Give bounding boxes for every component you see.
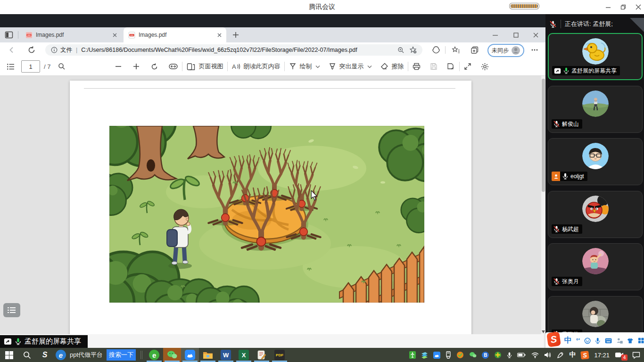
zoom-in-icon[interactable] xyxy=(132,63,140,70)
start-button[interactable] xyxy=(0,348,18,362)
read-aloud-icon[interactable]: A xyxy=(232,63,240,70)
save-icon[interactable] xyxy=(430,63,438,70)
rotate-icon[interactable] xyxy=(150,63,158,71)
page-view-label[interactable]: 页面视图 xyxy=(198,62,223,71)
highlight-label[interactable]: 突出显示 xyxy=(339,62,363,71)
fit-width-icon[interactable] xyxy=(169,63,178,70)
ime-emoji-icon[interactable] xyxy=(584,337,591,345)
new-tab-button[interactable] xyxy=(232,31,239,39)
tab-images-pdf-2[interactable]: Images.pdf xyxy=(124,27,226,42)
draw-icon[interactable] xyxy=(289,63,297,70)
search-icon[interactable] xyxy=(58,63,66,70)
save-as-icon[interactable] xyxy=(447,63,455,70)
participant-tile[interactable]: 杨武超 xyxy=(548,191,643,238)
refresh-icon[interactable] xyxy=(27,46,36,54)
self-mic-muted-icon[interactable] xyxy=(549,20,557,28)
extensions-icon[interactable] xyxy=(432,46,440,54)
read-aloud-label[interactable]: 朗读此页内容 xyxy=(243,62,280,71)
tab-close-icon[interactable] xyxy=(113,33,117,37)
tray-battery-icon[interactable] xyxy=(517,352,526,358)
ime-mode-chinese[interactable]: 中 xyxy=(564,336,572,346)
share-grip-indicator[interactable] xyxy=(509,3,539,9)
taskbar-app-meeting[interactable] xyxy=(181,348,199,362)
scroll-down-icon[interactable] xyxy=(542,330,545,333)
highlight-icon[interactable] xyxy=(329,63,336,70)
search-go-button[interactable]: 搜索一下 xyxy=(107,349,136,361)
fullscreen-icon[interactable] xyxy=(464,63,471,70)
tray-ink-icon[interactable] xyxy=(557,352,564,359)
tray-bluetooth-icon[interactable]: B xyxy=(482,352,489,359)
favorites-icon[interactable] xyxy=(452,46,460,54)
tray-sogou-s-icon[interactable]: S xyxy=(581,351,590,360)
tab-images-pdf-1[interactable]: Images.pdf xyxy=(21,27,122,42)
address-bar[interactable]: 文件 | C:/Users/86186/Documents/WeChat%20F… xyxy=(45,44,422,56)
tray-sogou-icon[interactable] xyxy=(421,352,428,359)
info-icon[interactable] xyxy=(51,47,58,53)
profile-button[interactable]: 未同步 xyxy=(487,44,524,57)
tray-video-button[interactable]: 4 xyxy=(615,351,624,359)
taskbar-app-word[interactable]: W xyxy=(217,348,235,362)
toc-icon[interactable] xyxy=(7,63,15,71)
url-text[interactable]: C:/Users/86186/Documents/WeChat%20Files/… xyxy=(81,47,393,53)
ime-voice-icon[interactable] xyxy=(595,337,601,345)
print-icon[interactable] xyxy=(413,63,421,70)
taskbar-search-button[interactable] xyxy=(18,348,36,362)
vertical-tabs-button[interactable] xyxy=(5,31,13,39)
tray-usb-green-icon[interactable] xyxy=(409,351,416,359)
meeting-restore-button[interactable] xyxy=(616,0,631,14)
draw-chevron-icon[interactable] xyxy=(315,65,320,68)
meeting-minimize-button[interactable] xyxy=(601,0,616,14)
taskbar-app-360browser[interactable]: e xyxy=(145,348,163,362)
action-center-icon[interactable] xyxy=(632,352,640,359)
edge-minimize-button[interactable] xyxy=(487,28,503,42)
taskbar-app-excel[interactable]: X xyxy=(235,348,253,362)
edge-close-button[interactable] xyxy=(528,28,543,42)
draw-label[interactable]: 绘制 xyxy=(299,62,312,71)
tray-ime-zh[interactable]: 中 xyxy=(569,351,576,359)
collections-icon[interactable] xyxy=(471,46,479,54)
settings-gear-icon[interactable] xyxy=(481,63,489,71)
taskbar-app-notes[interactable] xyxy=(253,348,271,362)
sogou-taskbar-button[interactable]: S xyxy=(36,348,54,362)
back-icon[interactable] xyxy=(8,46,16,54)
participant-tile[interactable]: 张奥月 xyxy=(548,243,643,290)
page-number-input[interactable] xyxy=(21,60,40,73)
pdf-pagination-fab[interactable] xyxy=(3,303,20,317)
ime-wordbank-icon[interactable] xyxy=(616,337,623,345)
taskbar-search-widget[interactable]: e ppt代做平台 搜索一下 xyxy=(56,349,136,361)
ime-punctuation[interactable]: °' xyxy=(576,337,580,344)
more-menu-icon[interactable] xyxy=(531,46,538,54)
erase-label[interactable]: 擦除 xyxy=(391,62,404,71)
taskbar-app-pdf[interactable]: PDF xyxy=(271,348,289,362)
eraser-icon[interactable] xyxy=(380,63,388,70)
ime-keyboard-icon[interactable] xyxy=(605,337,612,344)
taskbar-app-explorer[interactable] xyxy=(199,348,217,362)
participant-tile[interactable]: 解俊山 xyxy=(548,86,643,133)
participant-tile-share[interactable]: 孟舒展的屏幕共享 xyxy=(548,33,643,80)
zoom-out-icon[interactable] xyxy=(115,63,122,70)
tray-wechat-icon[interactable] xyxy=(469,352,477,358)
tray-wifi-icon[interactable] xyxy=(531,352,539,358)
ime-toolbox-icon[interactable] xyxy=(638,337,644,344)
tray-safe-icon[interactable] xyxy=(494,351,502,359)
highlight-chevron-icon[interactable] xyxy=(367,65,372,68)
tray-volume-icon[interactable] xyxy=(544,352,552,358)
page-view-icon[interactable] xyxy=(187,63,195,71)
sogou-logo[interactable]: S xyxy=(546,331,561,347)
taskbar-app-wechat[interactable] xyxy=(163,348,181,362)
participant-tile[interactable]: eoljgt xyxy=(548,138,643,185)
meeting-close-button[interactable] xyxy=(631,0,644,14)
tray-usb-icon[interactable] xyxy=(446,351,451,359)
zoom-icon[interactable] xyxy=(397,47,405,54)
pdf-scrollbar[interactable] xyxy=(541,76,545,334)
tray-meeting-icon[interactable] xyxy=(433,352,440,359)
tray-mic-icon[interactable] xyxy=(507,352,512,359)
pdf-content-area[interactable] xyxy=(0,76,545,334)
tray-360-icon[interactable] xyxy=(456,351,464,359)
ime-skin-icon[interactable] xyxy=(627,337,633,344)
edge-maximize-button[interactable] xyxy=(508,28,523,42)
search-query-text[interactable]: ppt代做平台 xyxy=(70,351,103,359)
pdf-scrollbar-thumb[interactable] xyxy=(542,79,545,192)
tab-close-icon[interactable] xyxy=(217,33,222,37)
add-favorite-icon[interactable] xyxy=(409,46,417,54)
